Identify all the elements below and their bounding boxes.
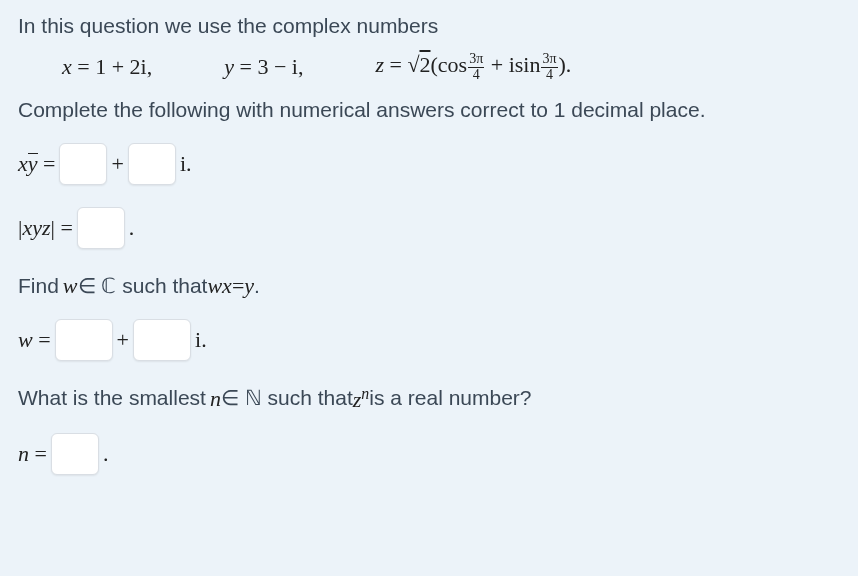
w-imag-input[interactable] (133, 319, 191, 361)
xy-tail: i. (180, 149, 192, 179)
abs-xyz-input[interactable] (77, 207, 125, 249)
w-tail: i. (195, 325, 207, 355)
def-z: z = √2(cos3π4 + isin3π4). (375, 50, 571, 82)
line-n: n = . (18, 433, 840, 475)
xy-imag-input[interactable] (128, 143, 176, 185)
definitions-row: x = 1 + 2i, y = 3 − i, z = √2(cos3π4 + i… (18, 50, 840, 82)
instruction-3: What is the smallest n ∈ ℕ such that zn … (18, 383, 840, 415)
n-tail: . (103, 439, 109, 469)
line-abs: |xyz| = . (18, 207, 840, 249)
instruction-1: Complete the following with numerical an… (18, 96, 840, 124)
n-input[interactable] (51, 433, 99, 475)
instruction-2: Find w ∈ ℂ such that wx = y . (18, 271, 840, 301)
def-y: y = 3 − i, (224, 52, 303, 82)
def-x: x = 1 + 2i, (62, 52, 152, 82)
line-w: w = + i. (18, 319, 840, 361)
xy-real-input[interactable] (59, 143, 107, 185)
intro-text: In this question we use the complex numb… (18, 12, 840, 40)
w-real-input[interactable] (55, 319, 113, 361)
abs-tail: . (129, 213, 135, 243)
line-xy: xy = + i. (18, 143, 840, 185)
